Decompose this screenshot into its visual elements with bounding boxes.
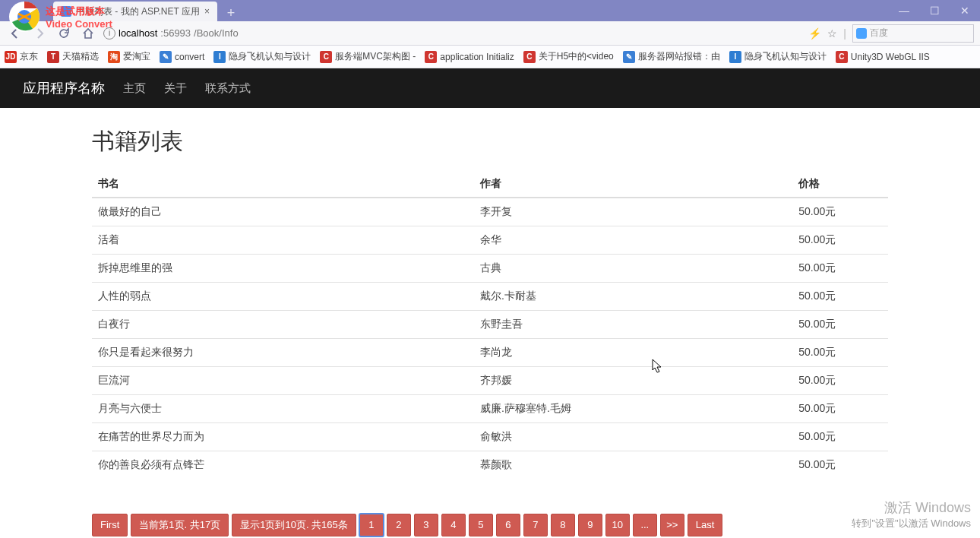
nav-link-about[interactable]: 关于 — [164, 81, 187, 96]
bookmark-item[interactable]: ✎convert — [160, 51, 204, 63]
table-row: 月亮与六便士威廉.萨穆塞特.毛姆50.00元 — [92, 395, 888, 423]
pager-next[interactable]: >> — [660, 514, 684, 536]
pager-page-8[interactable]: 8 — [551, 514, 575, 536]
cell-author: 慕颜歌 — [474, 451, 792, 479]
window-close-button[interactable]: ✕ — [950, 0, 980, 21]
pager-page-4[interactable]: 4 — [441, 514, 466, 536]
trial-overlay-text: 这是试用版本 — [46, 5, 105, 18]
bookmark-item[interactable]: C关于H5中的<video — [523, 50, 614, 63]
bookmark-label: 关于H5中的<video — [539, 50, 614, 63]
cell-price: 50.00元 — [792, 198, 888, 226]
browser-titlebar: 这是试用版本 Video Convert 书籍列表 - 我的 ASP.NET 应… — [0, 0, 980, 21]
cell-author: 东野圭吾 — [474, 311, 792, 339]
table-row: 你只是看起来很努力李尚龙50.00元 — [92, 339, 888, 367]
bookmark-favicon-icon: C — [523, 51, 536, 63]
search-engine-icon — [856, 28, 867, 39]
cell-author: 李开复 — [474, 198, 792, 226]
col-name: 书名 — [92, 171, 474, 198]
reader-mode-icon[interactable]: ⚡ — [808, 27, 821, 40]
pager-current-info[interactable]: 当前第1页. 共17页 — [131, 514, 229, 536]
nav-link-contact[interactable]: 联系方式 — [205, 81, 251, 96]
page-title: 书籍列表 — [92, 126, 888, 157]
bookmark-label: 爱淘宝 — [123, 50, 150, 63]
pager-page-7[interactable]: 7 — [523, 514, 548, 536]
cell-price: 50.00元 — [792, 255, 888, 283]
bookmark-item[interactable]: I隐身飞机认知与设计 — [729, 50, 827, 63]
table-row: 活着余华50.00元 — [92, 226, 888, 255]
cell-name: 做最好的自己 — [92, 198, 474, 226]
pager-page-3[interactable]: 3 — [414, 514, 438, 536]
tab-close-icon[interactable]: × — [204, 6, 210, 17]
page-container: 书籍列表 书名 作者 价格 做最好的自己李开复50.00元活着余华50.00元拆… — [80, 108, 900, 536]
bookmark-favicon-icon: C — [320, 51, 332, 63]
cell-price: 50.00元 — [792, 423, 888, 451]
bookmark-favicon-icon: ✎ — [160, 51, 172, 63]
new-tab-button[interactable]: + — [222, 5, 240, 21]
pager-ellipsis[interactable]: ... — [633, 514, 657, 536]
bookmark-item[interactable]: JD京东 — [5, 50, 38, 63]
bookmark-item[interactable]: Capplication Initializ — [425, 51, 514, 63]
table-row: 人性的弱点戴尔.卡耐基50.00元 — [92, 283, 888, 311]
cell-price: 50.00元 — [792, 451, 888, 479]
nav-link-home[interactable]: 主页 — [123, 81, 146, 96]
pager-page-9[interactable]: 9 — [578, 514, 602, 536]
pager-page-10[interactable]: 10 — [605, 514, 630, 536]
bookmark-favicon-icon: JD — [5, 51, 17, 63]
table-row: 白夜行东野圭吾50.00元 — [92, 311, 888, 339]
table-row: 你的善良必须有点锋芒慕颜歌50.00元 — [92, 451, 888, 479]
cell-author: 威廉.萨穆塞特.毛姆 — [474, 395, 792, 423]
url-host: localhost — [119, 27, 157, 39]
pager: First当前第1页. 共17页显示1页到10页. 共165条123456789… — [92, 514, 888, 536]
bookmark-label: 隐身飞机认知与设计 — [229, 50, 311, 63]
window-minimize-button[interactable]: — — [889, 0, 919, 21]
cell-name: 拆掉思维里的强 — [92, 255, 474, 283]
bookmark-item[interactable]: 淘爱淘宝 — [108, 50, 150, 63]
bookmark-item[interactable]: C服务端MVC架构图 - — [320, 50, 416, 63]
cell-name: 你的善良必须有点锋芒 — [92, 451, 474, 479]
pager-last[interactable]: Last — [688, 514, 723, 536]
browser-search-box[interactable]: 百度 — [852, 24, 974, 43]
bookmark-label: application Initializ — [440, 52, 514, 62]
pager-first[interactable]: First — [92, 514, 128, 536]
cell-name: 在痛苦的世界尽力而为 — [92, 423, 474, 451]
cell-author: 李尚龙 — [474, 339, 792, 367]
bookmark-item[interactable]: T天猫精选 — [47, 50, 99, 63]
pager-page-6[interactable]: 6 — [496, 514, 520, 536]
bookmark-label: 服务端MVC架构图 - — [335, 50, 416, 63]
bookmark-label: 天猫精选 — [62, 50, 99, 63]
pager-page-5[interactable]: 5 — [469, 514, 493, 536]
url-display[interactable]: i localhost:56993/Book/Info — [103, 27, 239, 40]
table-row: 巨流河齐邦媛50.00元 — [92, 367, 888, 395]
cell-name: 白夜行 — [92, 311, 474, 339]
cell-price: 50.00元 — [792, 311, 888, 339]
book-table: 书名 作者 价格 做最好的自己李开复50.00元活着余华50.00元拆掉思维里的… — [92, 171, 888, 479]
bookmark-item[interactable]: I隐身飞机认知与设计 — [213, 50, 311, 63]
address-bar: i localhost:56993/Book/Info ⚡ ☆ | 百度 — [0, 21, 980, 46]
bookmark-label: convert — [175, 52, 204, 62]
col-price: 价格 — [792, 171, 888, 198]
app-navbar: 应用程序名称 主页 关于 联系方式 — [0, 68, 980, 108]
bookmark-label: 京东 — [20, 50, 38, 63]
bookmark-star-icon[interactable]: ☆ — [827, 27, 837, 40]
pager-range-info[interactable]: 显示1页到10页. 共165条 — [232, 514, 356, 536]
bookmark-favicon-icon: I — [213, 51, 226, 63]
bookmark-label: 服务器网站报错：由 — [638, 50, 720, 63]
app-brand[interactable]: 应用程序名称 — [23, 79, 105, 97]
cell-author: 戴尔.卡耐基 — [474, 283, 792, 311]
cell-price: 50.00元 — [792, 395, 888, 423]
cell-name: 人性的弱点 — [92, 283, 474, 311]
pager-page-1[interactable]: 1 — [359, 514, 384, 536]
cell-author: 俞敏洪 — [474, 423, 792, 451]
cell-author: 齐邦媛 — [474, 367, 792, 395]
bookmark-item[interactable]: CUnity3D WebGL IIS — [836, 51, 930, 63]
cell-name: 你只是看起来很努力 — [92, 339, 474, 367]
cell-name: 月亮与六便士 — [92, 395, 474, 423]
bookmark-favicon-icon: T — [47, 51, 59, 63]
trial-overlay-text-2: Video Convert — [46, 18, 112, 30]
cell-author: 余华 — [474, 226, 792, 255]
table-row: 在痛苦的世界尽力而为俞敏洪50.00元 — [92, 423, 888, 451]
window-maximize-button[interactable]: ☐ — [919, 0, 950, 21]
pager-page-2[interactable]: 2 — [387, 514, 411, 536]
bookmark-item[interactable]: ✎服务器网站报错：由 — [623, 50, 720, 63]
app-icon — [8, 0, 41, 33]
